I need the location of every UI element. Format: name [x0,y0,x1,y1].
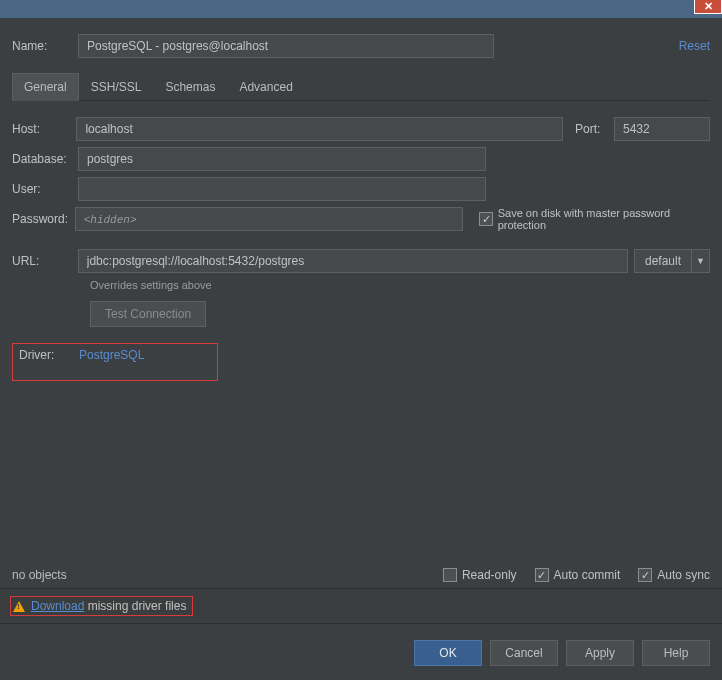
help-button[interactable]: Help [642,640,710,666]
chevron-down-icon[interactable]: ▼ [691,249,709,273]
port-label: Port: [575,122,614,136]
objects-status: no objects [12,568,67,582]
url-mode-value: default [635,254,691,268]
download-link[interactable]: Download [31,599,84,613]
read-only-label: Read-only [462,568,517,582]
close-icon: ✕ [704,0,713,12]
tab-advanced[interactable]: Advanced [227,73,304,101]
password-label: Password: [12,212,75,226]
close-button[interactable]: ✕ [694,0,722,14]
download-strip: Download missing driver files [0,588,722,624]
read-only-checkbox[interactable]: Read-only [443,568,517,582]
ok-button[interactable]: OK [414,640,482,666]
port-input[interactable] [614,117,710,141]
checkbox-icon: ✓ [535,568,549,582]
warning-icon [13,601,25,612]
user-input[interactable] [78,177,486,201]
driver-label: Driver: [19,348,79,362]
checkbox-icon: ✓ [638,568,652,582]
user-label: User: [12,182,78,196]
checkbox-icon [443,568,457,582]
save-password-label: Save on disk with master password protec… [498,207,710,231]
download-highlight: Download missing driver files [10,596,193,616]
titlebar: ✕ [0,0,722,18]
host-input[interactable] [76,117,563,141]
tab-schemas[interactable]: Schemas [153,73,227,101]
host-label: Host: [12,122,76,136]
download-rest-text: missing driver files [84,599,186,613]
auto-commit-label: Auto commit [554,568,621,582]
apply-button[interactable]: Apply [566,640,634,666]
tab-general[interactable]: General [12,73,79,101]
url-input[interactable] [78,249,628,273]
driver-link[interactable]: PostgreSQL [79,348,144,362]
test-connection-button[interactable]: Test Connection [90,301,206,327]
checkbox-icon: ✓ [479,212,492,226]
driver-row-highlight: Driver: PostgreSQL [12,343,218,381]
auto-sync-label: Auto sync [657,568,710,582]
auto-commit-checkbox[interactable]: ✓ Auto commit [535,568,621,582]
database-label: Database: [12,152,78,166]
url-mode-combo[interactable]: default ▼ [634,249,710,273]
cancel-button[interactable]: Cancel [490,640,558,666]
tab-bar: General SSH/SSL Schemas Advanced [12,72,710,101]
auto-sync-checkbox[interactable]: ✓ Auto sync [638,568,710,582]
save-password-checkbox[interactable]: ✓ Save on disk with master password prot… [479,207,710,231]
password-input[interactable] [75,207,464,231]
url-hint: Overrides settings above [90,279,710,291]
name-input[interactable] [78,34,494,58]
reset-link[interactable]: Reset [679,39,710,53]
database-input[interactable] [78,147,486,171]
name-label: Name: [12,39,78,53]
tab-sshssl[interactable]: SSH/SSL [79,73,154,101]
url-label: URL: [12,254,78,268]
